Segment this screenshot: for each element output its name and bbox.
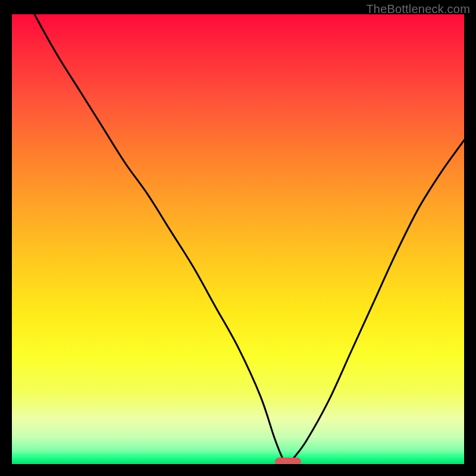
plot-area bbox=[12, 14, 464, 464]
bottleneck-curve bbox=[12, 14, 464, 464]
optimal-point-marker bbox=[275, 458, 301, 464]
watermark-text: TheBottleneck.com bbox=[366, 2, 470, 16]
chart-frame: TheBottleneck.com bbox=[0, 0, 476, 476]
